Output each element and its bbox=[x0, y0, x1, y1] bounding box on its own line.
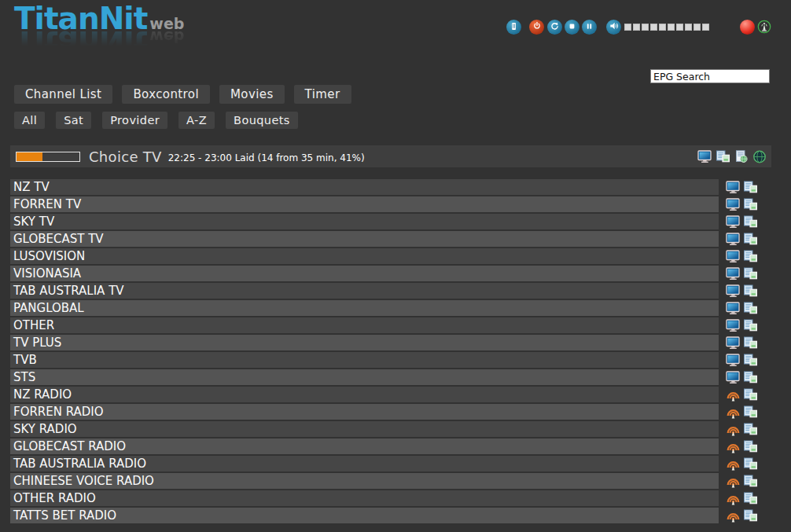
channel-row-bar[interactable]: NZ TV bbox=[10, 179, 719, 195]
volume-button[interactable] bbox=[606, 20, 621, 35]
epg-copy-icon[interactable] bbox=[743, 492, 758, 505]
channel-row-bar[interactable]: GLOBECAST TV bbox=[10, 231, 719, 247]
channel-row[interactable]: FORREN TV bbox=[10, 196, 758, 212]
stop-button[interactable] bbox=[565, 20, 579, 35]
tab-movies[interactable]: Movies bbox=[219, 85, 285, 104]
epg-copy-icon[interactable] bbox=[743, 354, 758, 367]
radio-zap-icon[interactable] bbox=[726, 492, 741, 505]
epg-copy-icon[interactable] bbox=[743, 336, 758, 350]
tv-zap-icon[interactable] bbox=[726, 267, 741, 281]
channel-row-bar[interactable]: TATTS BET RADIO bbox=[10, 508, 719, 523]
tv-zap-icon[interactable] bbox=[726, 336, 741, 350]
tv-zap-icon[interactable] bbox=[697, 150, 712, 163]
channel-row[interactable]: NZ TV bbox=[10, 179, 758, 195]
channel-row[interactable]: TATTS BET RADIO bbox=[10, 508, 758, 523]
epg-search-input[interactable] bbox=[650, 69, 770, 83]
channel-row-bar[interactable]: SKY RADIO bbox=[10, 421, 719, 437]
radio-zap-icon[interactable] bbox=[726, 457, 741, 471]
channel-row[interactable]: PANGLOBAL bbox=[10, 300, 758, 316]
epg-copy-icon[interactable] bbox=[743, 267, 758, 281]
channel-row-bar[interactable]: GLOBECAST RADIO bbox=[10, 438, 719, 454]
tab-channel-list[interactable]: Channel List bbox=[14, 85, 112, 104]
channel-row-bar[interactable]: OTHER bbox=[10, 317, 719, 333]
radio-zap-icon[interactable] bbox=[726, 475, 741, 488]
epg-copy-icon[interactable] bbox=[743, 475, 758, 488]
channel-row[interactable]: TV PLUS bbox=[10, 335, 758, 350]
channel-row-bar[interactable]: TAB AUSTRALIA TV bbox=[10, 283, 719, 299]
radio-zap-icon[interactable] bbox=[726, 440, 741, 453]
reload-button[interactable] bbox=[547, 20, 562, 35]
tv-zap-icon[interactable] bbox=[726, 284, 741, 298]
volume-step[interactable] bbox=[650, 24, 657, 31]
tv-zap-icon[interactable] bbox=[726, 233, 741, 246]
filter-a-z[interactable]: A-Z bbox=[178, 112, 215, 129]
channel-row[interactable]: SKY TV bbox=[10, 214, 758, 229]
volume-step[interactable] bbox=[642, 24, 649, 31]
volume-step[interactable] bbox=[659, 24, 666, 31]
channel-row-bar[interactable]: LUSOVISION bbox=[10, 248, 719, 264]
channel-row[interactable]: OTHER RADIO bbox=[10, 490, 758, 506]
epg-copy-icon[interactable] bbox=[743, 440, 758, 453]
channel-row[interactable]: LUSOVISION bbox=[10, 248, 758, 264]
tv-zap-icon[interactable] bbox=[726, 198, 741, 211]
web-stream-globe-icon[interactable] bbox=[752, 150, 767, 163]
radio-zap-icon[interactable] bbox=[726, 388, 741, 402]
radio-zap-icon[interactable] bbox=[726, 509, 741, 523]
epg-copy-icon[interactable] bbox=[743, 388, 758, 402]
volume-step[interactable] bbox=[633, 24, 640, 31]
filter-provider[interactable]: Provider bbox=[102, 112, 167, 129]
epg-copy-icon[interactable] bbox=[743, 198, 758, 211]
volume-step[interactable] bbox=[624, 24, 631, 31]
power-button[interactable] bbox=[529, 20, 544, 35]
channel-row-bar[interactable]: TAB AUSTRALIA RADIO bbox=[10, 456, 719, 471]
channel-row[interactable]: STS bbox=[10, 369, 758, 385]
epg-copy-icon[interactable] bbox=[743, 423, 758, 436]
tv-zap-icon[interactable] bbox=[726, 302, 741, 315]
epg-copy-icon[interactable] bbox=[743, 233, 758, 246]
radio-zap-icon[interactable] bbox=[726, 423, 741, 436]
filter-sat[interactable]: Sat bbox=[56, 112, 91, 129]
epg-copy-icon[interactable] bbox=[743, 284, 758, 298]
epg-copy-icon[interactable] bbox=[743, 302, 758, 315]
channel-row-bar[interactable]: SKY TV bbox=[10, 214, 719, 229]
epg-copy-icon[interactable] bbox=[743, 319, 758, 332]
channel-row-bar[interactable]: FORREN RADIO bbox=[10, 404, 719, 420]
tab-timer[interactable]: Timer bbox=[294, 85, 351, 104]
epg-copy-icon[interactable] bbox=[716, 150, 730, 163]
channel-row[interactable]: TAB AUSTRALIA TV bbox=[10, 283, 758, 299]
tv-zap-icon[interactable] bbox=[726, 354, 741, 367]
pause-button[interactable] bbox=[582, 20, 597, 35]
volume-step[interactable] bbox=[676, 24, 683, 31]
volume-step[interactable] bbox=[702, 24, 709, 31]
channel-row-bar[interactable]: TV PLUS bbox=[10, 335, 719, 350]
channel-row[interactable]: CHINEESE VOICE RADIO bbox=[10, 473, 758, 489]
channel-row-bar[interactable]: NZ RADIO bbox=[10, 387, 719, 402]
epg-copy-icon[interactable] bbox=[743, 215, 758, 229]
channel-row[interactable]: GLOBECAST RADIO bbox=[10, 438, 758, 454]
tab-boxcontrol[interactable]: Boxcontrol bbox=[122, 85, 210, 104]
channel-row[interactable]: FORREN RADIO bbox=[10, 404, 758, 420]
tv-zap-icon[interactable] bbox=[726, 371, 741, 384]
channel-row-bar[interactable]: VISIONASIA bbox=[10, 266, 719, 281]
channel-row[interactable]: OTHER bbox=[10, 317, 758, 333]
tv-zap-icon[interactable] bbox=[726, 319, 741, 332]
channel-row[interactable]: VISIONASIA bbox=[10, 266, 758, 281]
channel-row-bar[interactable]: STS bbox=[10, 369, 719, 385]
channel-row-bar[interactable]: PANGLOBAL bbox=[10, 300, 719, 316]
stream-page-icon[interactable] bbox=[734, 150, 749, 163]
epg-copy-icon[interactable] bbox=[743, 181, 758, 194]
epg-copy-icon[interactable] bbox=[743, 457, 758, 471]
remote-control-button[interactable] bbox=[506, 20, 521, 35]
tv-zap-icon[interactable] bbox=[726, 250, 741, 263]
volume-step[interactable] bbox=[685, 24, 692, 31]
tv-zap-icon[interactable] bbox=[726, 181, 741, 194]
channel-row-bar[interactable]: FORREN TV bbox=[10, 196, 719, 212]
epg-copy-icon[interactable] bbox=[743, 371, 758, 384]
filter-all[interactable]: All bbox=[14, 112, 45, 129]
channel-row[interactable]: GLOBECAST TV bbox=[10, 231, 758, 247]
epg-copy-icon[interactable] bbox=[743, 250, 758, 263]
tv-zap-icon[interactable] bbox=[726, 215, 741, 229]
channel-row-bar[interactable]: TVB bbox=[10, 352, 719, 368]
channel-row-bar[interactable]: CHINEESE VOICE RADIO bbox=[10, 473, 719, 489]
epg-copy-icon[interactable] bbox=[743, 509, 758, 523]
